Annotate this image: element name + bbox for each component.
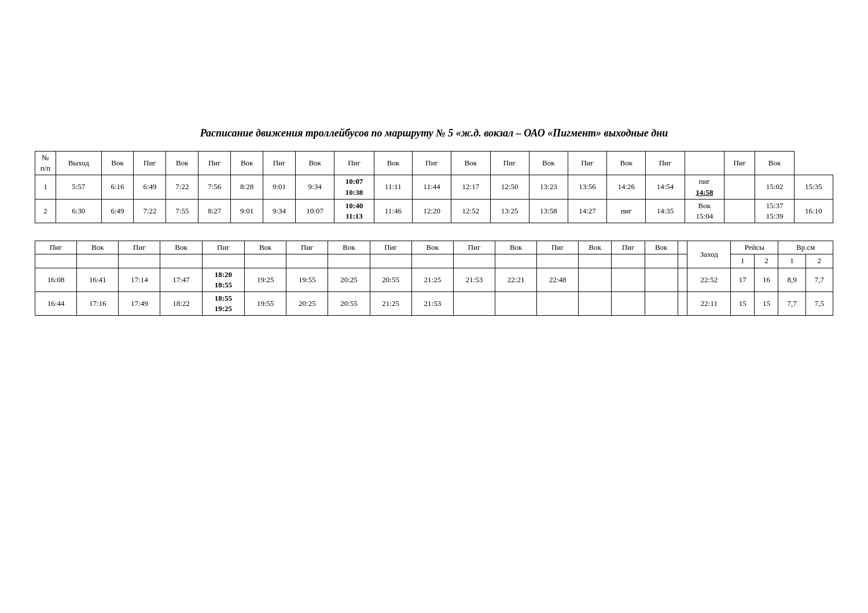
t2-r2c7: 20:25: [286, 291, 328, 315]
col-pig1: Пиг: [134, 152, 166, 175]
t2-col-pig2: Пиг: [119, 241, 160, 254]
cell-num: 2: [35, 199, 56, 223]
cell-r2c20: 16:10: [794, 199, 833, 223]
t2-r1c14: [579, 268, 612, 291]
table-row: 2 6:30 6:49 7:22 7:55 8:27 9:01 9:34 10:…: [35, 199, 833, 223]
col-pig6: Пиг: [490, 152, 529, 175]
t2-r2-vrsm1: 7,7: [778, 291, 806, 315]
t2-r2c8: 20:55: [328, 291, 370, 315]
col-pig9: Пиг: [724, 152, 755, 175]
cell-r1c15: 14:26: [607, 175, 646, 199]
t2-vrsm-2: 2: [806, 254, 833, 268]
cell-r1c18: [724, 175, 755, 199]
t2-r2c12: [495, 291, 537, 315]
cell-r2c3: 7:55: [166, 199, 198, 223]
col-num: №п/п: [35, 152, 56, 175]
t2-r1c2: 16:41: [77, 268, 119, 291]
t2-r2c9: 21:25: [370, 291, 411, 315]
cell-r1c13: 13:23: [529, 175, 568, 199]
t2-col-vok6: Вок: [495, 241, 537, 254]
table-row: 1 5:57 6:16 6:49 7:22 7:56 8:28 9:01 9:3…: [35, 175, 833, 199]
cell-r1c11: 12:17: [451, 175, 490, 199]
col-pig2: Пиг: [198, 152, 231, 175]
t2-col-vok7: Вок: [579, 241, 612, 254]
cell-r1c9: 11:11: [374, 175, 412, 199]
col-vok9: Вок: [755, 152, 794, 175]
page-title: Расписание движения троллейбусов по марш…: [35, 127, 833, 139]
t2-r2c14: [579, 291, 612, 315]
cell-r2c8: 10:4011:13: [334, 199, 374, 223]
cell-r1c10: 11:44: [413, 175, 451, 199]
t2-r2c13: [537, 291, 579, 315]
t2-r2c2: 17:16: [77, 291, 119, 315]
t2-col-pig4: Пиг: [286, 241, 328, 254]
t2-r1c11: 21:53: [453, 268, 495, 291]
t2-col-vok5: Вок: [411, 241, 453, 254]
t2-r1c4: 17:47: [160, 268, 202, 291]
t2-r1c15: [612, 268, 645, 291]
t2-col-empty: [678, 241, 687, 254]
cell-r2c11: 12:52: [451, 199, 490, 223]
t2-r1-reysy2: 16: [755, 268, 778, 291]
cell-r1c4: 7:56: [198, 175, 231, 199]
col-pig8: Пиг: [646, 152, 685, 175]
cell-r1c16: 14:54: [646, 175, 685, 199]
table-row: 16:08 16:41 17:14 17:47 18:2018:55 19:25…: [35, 268, 833, 291]
cell-r1c7: 9:34: [296, 175, 334, 199]
t2-reysy-2: 2: [755, 254, 778, 268]
t2-col-vok2: Вок: [160, 241, 202, 254]
t2-col-pig1: Пиг: [35, 241, 77, 254]
t2-r2c10: 21:53: [411, 291, 453, 315]
t2-vrsm-1: 1: [778, 254, 806, 268]
col-vok2: Вок: [166, 152, 198, 175]
t2-r1c1: 16:08: [35, 268, 77, 291]
cell-r2c9: 11:46: [374, 199, 412, 223]
t2-r1-vrsm2: 7,7: [806, 268, 833, 291]
t2-col-pig5: Пиг: [370, 241, 411, 254]
cell-r1c5: 8:28: [231, 175, 263, 199]
cell-r1c19: 15:02: [755, 175, 794, 199]
cell-r1c6: 9:01: [263, 175, 296, 199]
cell-r2c14: 14:27: [568, 199, 606, 223]
cell-r2c2: 7:22: [134, 199, 166, 223]
col-pig3: Пиг: [263, 152, 296, 175]
t2-r2c5: 18:5519:25: [202, 291, 245, 315]
cell-r1c8: 10:0710:38: [334, 175, 374, 199]
t2-col-vok3: Вок: [245, 241, 286, 254]
t2-r2c17: [678, 291, 687, 315]
col-pig7: Пиг: [568, 152, 606, 175]
t2-r2c11: [453, 291, 495, 315]
t2-r1-reysy1: 17: [731, 268, 755, 291]
cell-r2c7: 10:07: [296, 199, 334, 223]
cell-r2c6: 9:34: [263, 199, 296, 223]
t2-r1c13: 22:48: [537, 268, 579, 291]
t2-r2-zahod: 22:11: [687, 291, 731, 315]
cell-r2c15: пиг: [607, 199, 646, 223]
t2-col-vok4: Вок: [328, 241, 370, 254]
col-vok3: Вок: [231, 152, 263, 175]
table1-header-row: №п/п Выход Вок Пиг Вок Пиг Вок Пиг Вок П…: [35, 152, 833, 175]
t2-r1c9: 20:55: [370, 268, 411, 291]
t2-col-vok1: Вок: [77, 241, 119, 254]
col-pig4: Пиг: [334, 152, 374, 175]
cell-r1c20: 15:35: [794, 175, 833, 199]
cell-r2c13: 13:58: [529, 199, 568, 223]
col-exit: Выход: [56, 152, 102, 175]
cell-r1c1: 6:16: [101, 175, 134, 199]
cell-r1c2: 6:49: [134, 175, 166, 199]
t2-r2c4: 18:22: [160, 291, 202, 315]
cell-exit: 6:30: [56, 199, 102, 223]
t2-col-zahod: Заход: [687, 241, 731, 268]
t2-col-pig7: Пиг: [537, 241, 579, 254]
table2-header-row: Пиг Вок Пиг Вок Пиг Вок Пиг Вок Пиг Вок …: [35, 241, 833, 254]
cell-r2c17: Вок15:04: [685, 199, 724, 223]
col-vok4: Вок: [296, 152, 334, 175]
col-vok8: Вок: [607, 152, 646, 175]
cell-r2c4: 8:27: [198, 199, 231, 223]
t2-r2c3: 17:49: [119, 291, 160, 315]
t2-r2c1: 16:44: [35, 291, 77, 315]
t2-reysy-1: 1: [731, 254, 755, 268]
t2-col-pig8: Пиг: [612, 241, 645, 254]
col-pig5: Пиг: [413, 152, 451, 175]
schedule-table-1: №п/п Выход Вок Пиг Вок Пиг Вок Пиг Вок П…: [35, 151, 833, 223]
